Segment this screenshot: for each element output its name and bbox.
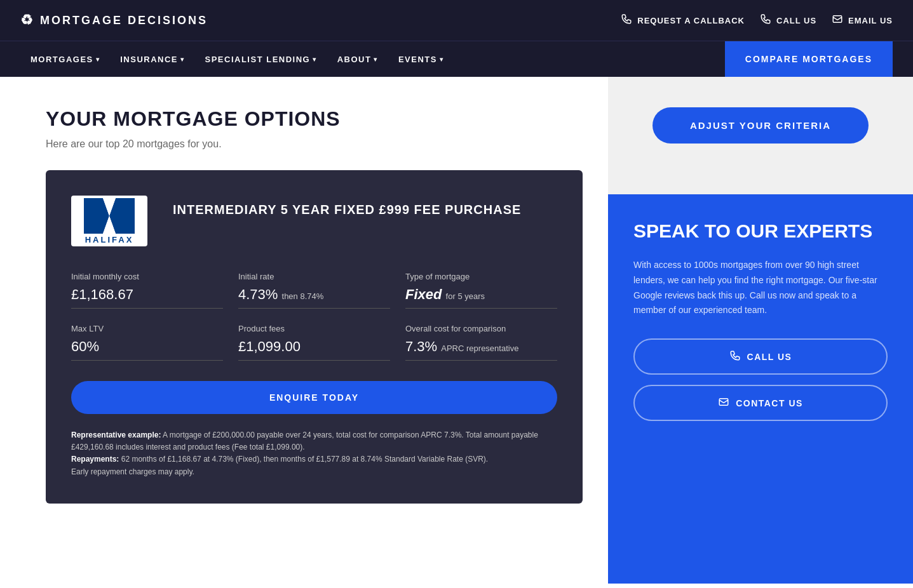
monthly-cost-label: Initial monthly cost xyxy=(71,272,223,281)
header-actions: REQUEST A CALLBACK CALL US EMAIL US xyxy=(621,13,893,27)
nav-item-specialist-lending[interactable]: SPECIALIST LENDING ▾ xyxy=(195,42,327,77)
sidebar-email-icon xyxy=(718,396,729,410)
overall-cost-label: Overall cost for comparison xyxy=(405,324,557,333)
product-fees-value: £1,099.00 xyxy=(238,338,390,355)
brand-name: MORTGAGE DECISIONS xyxy=(40,14,208,27)
page-title: YOUR MORTGAGE OPTIONS xyxy=(46,107,583,131)
speak-experts-section: SPEAK TO OUR EXPERTS With access to 1000… xyxy=(608,194,913,584)
chevron-down-icon: ▾ xyxy=(96,56,100,63)
max-ltv-field: Max LTV 60% xyxy=(71,324,223,361)
chevron-down-icon: ▾ xyxy=(313,56,317,63)
nav-item-insurance[interactable]: INSURANCE ▾ xyxy=(110,42,194,77)
mortgage-type-label: Type of mortgage xyxy=(405,272,557,281)
speak-experts-title: SPEAK TO OUR EXPERTS xyxy=(633,220,888,243)
max-ltv-value: 60% xyxy=(71,338,223,355)
chevron-down-icon: ▾ xyxy=(440,56,444,63)
representative-example: Representative example: A mortgage of £2… xyxy=(71,429,557,478)
mortgage-type-field: Type of mortgage Fixed for 5 years xyxy=(405,272,557,309)
mortgage-type-value: Fixed for 5 years xyxy=(405,286,557,303)
product-fees-field: Product fees £1,099.00 xyxy=(238,324,390,361)
call-us-header-label: CALL US xyxy=(776,16,816,25)
sidebar: ADJUST YOUR CRITERIA SPEAK TO OUR EXPERT… xyxy=(608,77,913,584)
nav-items: MORTGAGES ▾ INSURANCE ▾ SPECIALIST LENDI… xyxy=(20,42,725,77)
monthly-cost-value: £1,168.67 xyxy=(71,286,223,303)
card-header: HALIFAX INTERMEDIARY 5 YEAR FIXED £999 F… xyxy=(71,196,557,246)
header: ♻ MORTGAGE DECISIONS REQUEST A CALLBACK … xyxy=(0,0,913,41)
request-callback-button[interactable]: REQUEST A CALLBACK xyxy=(621,13,745,27)
nav-item-mortgages[interactable]: MORTGAGES ▾ xyxy=(20,42,110,77)
lender-logo: HALIFAX xyxy=(71,196,147,246)
navigation: MORTGAGES ▾ INSURANCE ▾ SPECIALIST LENDI… xyxy=(0,41,913,77)
phone-icon xyxy=(760,13,771,27)
overall-cost-suffix: APRC representative xyxy=(441,344,518,353)
callback-icon xyxy=(621,13,632,27)
email-us-label: EMAIL US xyxy=(848,16,893,25)
main-content: YOUR MORTGAGE OPTIONS Here are our top 2… xyxy=(0,77,608,529)
nav-item-events[interactable]: EVENTS ▾ xyxy=(388,42,454,77)
halifax-name-text: HALIFAX xyxy=(85,235,134,244)
halifax-logo: HALIFAX xyxy=(84,198,135,244)
product-title: INTERMEDIARY 5 YEAR FIXED £999 FEE PURCH… xyxy=(173,196,521,218)
page-layout: YOUR MORTGAGE OPTIONS Here are our top 2… xyxy=(0,77,913,584)
nav-item-about[interactable]: ABOUT ▾ xyxy=(327,42,388,77)
mortgage-type-suffix: for 5 years xyxy=(446,291,485,301)
email-icon xyxy=(832,13,843,27)
page-subtitle: Here are our top 20 mortgages for you. xyxy=(46,138,583,150)
monthly-cost-field: Initial monthly cost £1,168.67 xyxy=(71,272,223,309)
max-ltv-label: Max LTV xyxy=(71,324,223,333)
initial-rate-label: Initial rate xyxy=(238,272,390,281)
overall-cost-field: Overall cost for comparison 7.3% APRC re… xyxy=(405,324,557,361)
initial-rate-value: 4.73% then 8.74% xyxy=(238,286,390,303)
speak-experts-text: With access to 1000s mortgages from over… xyxy=(633,258,888,318)
enquire-today-button[interactable]: ENQUIRE TODAY xyxy=(71,381,557,414)
call-us-header-button[interactable]: CALL US xyxy=(760,13,816,27)
mortgage-card: HALIFAX INTERMEDIARY 5 YEAR FIXED £999 F… xyxy=(46,170,583,504)
compare-mortgages-button[interactable]: COMPARE MORTGAGES xyxy=(725,41,893,77)
product-fees-label: Product fees xyxy=(238,324,390,333)
card-data-grid: Initial monthly cost £1,168.67 Initial r… xyxy=(71,272,557,361)
sidebar-contact-us-button[interactable]: CONTACT US xyxy=(633,385,888,421)
sidebar-phone-icon xyxy=(729,350,741,363)
request-callback-label: REQUEST A CALLBACK xyxy=(637,16,745,25)
brand-logo[interactable]: ♻ MORTGAGE DECISIONS xyxy=(20,12,208,29)
overall-cost-value: 7.3% APRC representative xyxy=(405,338,557,355)
initial-rate-field: Initial rate 4.73% then 8.74% xyxy=(238,272,390,309)
logo-icon: ♻ xyxy=(20,12,35,29)
sidebar-top: ADJUST YOUR CRITERIA xyxy=(608,77,913,194)
email-us-button[interactable]: EMAIL US xyxy=(832,13,893,27)
chevron-down-icon: ▾ xyxy=(180,56,185,63)
adjust-criteria-button[interactable]: ADJUST YOUR CRITERIA xyxy=(653,107,869,144)
initial-rate-suffix: then 8.74% xyxy=(282,291,324,301)
chevron-down-icon: ▾ xyxy=(374,56,378,63)
sidebar-call-us-button[interactable]: CALL US xyxy=(633,338,888,375)
